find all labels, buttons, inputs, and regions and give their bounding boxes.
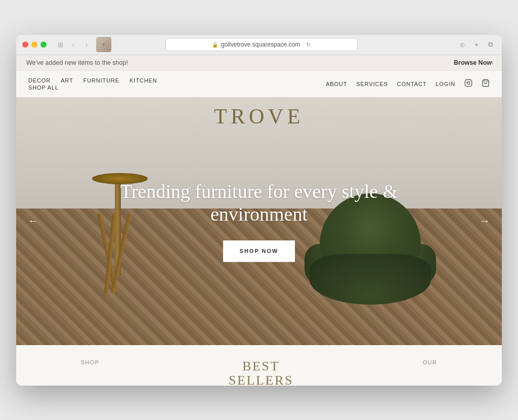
nav-item-decor[interactable]: DECOR [28,77,51,83]
nav-buttons: ⊞ ‹ › [55,39,92,50]
url-text: golivetrove.squarespace.com [221,41,300,48]
hero-section: TROVE Trending furniture for every style… [16,97,502,345]
duplicate-icon[interactable]: ⧉ [486,39,496,50]
tab-thumbnail: T [96,37,111,52]
hero-headline: Trending furniture for every style & env… [107,180,411,226]
share-icon[interactable]: ⎋ [457,39,467,50]
svg-rect-0 [465,79,471,86]
nav-item-kitchen[interactable]: KITCHEN [130,77,157,83]
refresh-icon[interactable]: ↻ [306,41,311,48]
nav-item-shop-all[interactable]: SHOP ALL [28,85,59,91]
fullscreen-traffic-light[interactable] [40,41,47,48]
website-content: We've added new items to the shop! Brows… [16,55,502,386]
main-navigation: DECOR ART FURNITURE KITCHEN SHOP ALL ABO… [16,71,502,97]
bottom-col-shop: SHOP [81,359,99,365]
announcement-bar: We've added new items to the shop! Brows… [16,55,502,71]
browse-now-link[interactable]: Browse Now [454,59,492,66]
instagram-icon[interactable] [464,79,472,89]
bottom-title-best: BEST [229,359,293,374]
close-traffic-light[interactable] [22,41,28,48]
bottom-title-sellers: SELLERS [229,373,293,385]
carousel-next-button[interactable]: → [476,212,494,230]
minimize-traffic-light[interactable] [31,41,37,48]
back-button[interactable]: ‹ [68,39,79,50]
announcement-text: We've added new items to the shop! [26,59,128,66]
forward-button[interactable]: › [81,39,92,50]
nav-right: ABOUT SERVICES CONTACT LOGIN [326,79,490,89]
new-tab-icon[interactable]: + [471,39,482,50]
site-logo[interactable]: TROVE [214,104,304,129]
browser-window: ⊞ ‹ › T 🔒 golivetrove.squarespace.com ↻ … [16,35,502,386]
nav-item-furniture[interactable]: FURNITURE [83,77,119,83]
nav-item-about[interactable]: ABOUT [326,81,347,87]
nav-row-2: SHOP ALL [28,85,157,91]
svg-point-1 [467,81,469,84]
nav-row-1: DECOR ART FURNITURE KITCHEN [28,77,157,83]
address-bar[interactable]: 🔒 golivetrove.squarespace.com ↻ [165,38,358,51]
nav-item-login[interactable]: LOGIN [436,81,455,87]
nav-item-contact[interactable]: CONTACT [397,81,427,87]
hero-text-block: Trending furniture for every style & env… [107,180,411,262]
nav-item-art[interactable]: ART [61,77,73,83]
shop-now-button[interactable]: SHOP NOW [223,240,295,262]
lock-icon: 🔒 [212,42,218,48]
title-bar: ⊞ ‹ › T 🔒 golivetrove.squarespace.com ↻ … [16,35,502,55]
sidebar-toggle-icon[interactable]: ⊞ [55,39,66,50]
announcement-close-button[interactable]: × [490,59,494,67]
bottom-label-shop: SHOP [81,359,99,365]
title-bar-actions: ⎋ + ⧉ [457,39,496,50]
bottom-col-our: OUR [423,359,437,365]
bottom-label-our: OUR [423,359,437,365]
carousel-prev-button[interactable]: ← [24,212,42,230]
bottom-col-best-sellers: BEST SELLERS [229,359,293,386]
traffic-lights [22,41,47,48]
nav-item-services[interactable]: SERVICES [356,81,387,87]
cart-icon[interactable] [482,79,490,89]
svg-point-2 [470,81,470,81]
nav-left: DECOR ART FURNITURE KITCHEN SHOP ALL [28,77,157,91]
bottom-section: SHOP BEST SELLERS OUR [16,345,502,386]
